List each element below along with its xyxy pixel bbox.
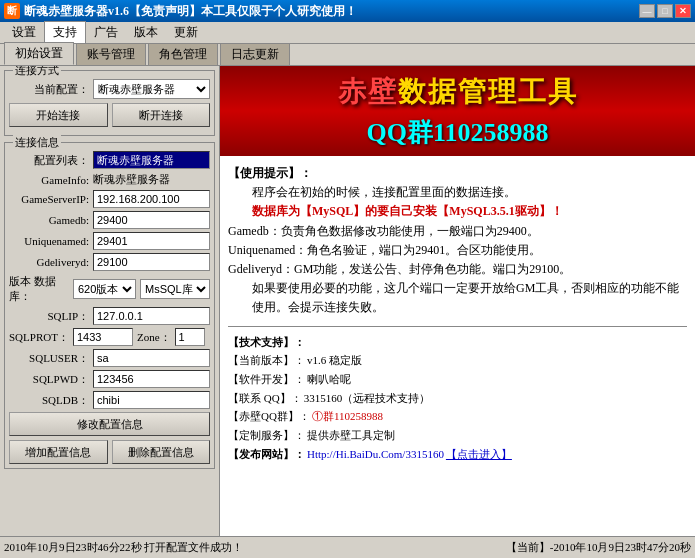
version-label: 版本 数据库： (9, 274, 69, 304)
banner-qq-number: 110258988 (433, 118, 549, 147)
sqlpwd-input[interactable] (93, 370, 210, 388)
gdeliveryd-row: Gdeliveryd: (9, 253, 210, 271)
connect-section: 连接方式 当前配置： 断魂赤壁服务器 开始连接 断开连接 (4, 70, 215, 136)
config-list-input[interactable] (93, 151, 210, 169)
status-left: 2010年10月9日23时46分22秒 打开配置文件成功！ (4, 540, 498, 555)
zone-input[interactable] (175, 328, 205, 346)
close-button[interactable]: ✕ (675, 4, 691, 18)
tech-custom-row: 【定制服务】： 提供赤壁工具定制 (228, 426, 687, 445)
gamedb-row: Gamedb: (9, 211, 210, 229)
gameinfo-value: 断魂赤壁服务器 (93, 172, 210, 187)
tech-support-title: 【技术支持】： (228, 333, 687, 352)
tab-initial-setup[interactable]: 初始设置 (4, 42, 74, 65)
tech-chibi-row: 【赤壁QQ群】： ①群110258988 (228, 407, 687, 426)
sqlpwd-row: SQLPWD： (9, 370, 210, 388)
menu-support[interactable]: 支持 (44, 21, 86, 44)
sqldb-row: SQLDB： (9, 391, 210, 409)
tip-3: Uniquenamed：角色名验证，端口为29401。合区功能使用。 (228, 241, 687, 260)
tab-log[interactable]: 日志更新 (220, 43, 290, 65)
start-connect-button[interactable]: 开始连接 (9, 103, 108, 127)
bottom-buttons: 增加配置信息 删除配置信息 (9, 440, 210, 464)
tip-0: 程序会在初始的时候，连接配置里面的数据连接。 (252, 183, 687, 202)
tab-bar: 初始设置 账号管理 角色管理 日志更新 (0, 44, 695, 66)
right-panel: 赤壁数据管理工具 QQ群110258988 【使用提示】： 程序会在初始的时候，… (220, 66, 695, 536)
connection-info-section: 连接信息 配置列表： GameInfo: 断魂赤壁服务器 GameServerI… (4, 142, 215, 469)
gameserverip-label: GameServerIP: (9, 193, 89, 205)
tech-qq-value: 3315160（远程技术支持） (304, 389, 431, 408)
left-panel: 连接方式 当前配置： 断魂赤壁服务器 开始连接 断开连接 连接信息 配置列 (0, 66, 220, 536)
uniquenamed-input[interactable] (93, 232, 210, 250)
uniquenamed-label: Uniquenamed: (9, 235, 89, 247)
disconnect-button[interactable]: 断开连接 (112, 103, 211, 127)
delete-config-button[interactable]: 删除配置信息 (112, 440, 211, 464)
tip-4: Gdeliveryd：GM功能，发送公告、封停角色功能。端口为29100。 (228, 260, 687, 279)
menu-bar: 设置 支持 广告 版本 更新 (0, 22, 695, 44)
gamedb-input[interactable] (93, 211, 210, 229)
tech-website-link[interactable]: 【点击进入】 (446, 445, 512, 464)
window-title: 断魂赤壁服务器v1.6【免责声明】本工具仅限于个人研究使用！ (24, 3, 639, 20)
sqlpwd-label: SQLPWD： (9, 372, 89, 387)
current-config-select[interactable]: 断魂赤壁服务器 (93, 79, 210, 99)
banner-title-part2: 数据管理工具 (398, 76, 578, 107)
banner-qq-label: QQ群 (366, 118, 432, 147)
tech-support-section: 【技术支持】： 【当前版本】： v1.6 稳定版 【软件开发】： 喇叭哈呢 【联… (228, 333, 687, 464)
tab-account[interactable]: 账号管理 (76, 43, 146, 65)
sqldb-input[interactable] (93, 391, 210, 409)
maximize-button[interactable]: □ (657, 4, 673, 18)
sqluser-row: SQLUSER： (9, 349, 210, 367)
tech-website-label: 【发布网站】： (228, 445, 305, 464)
tech-website-row: 【发布网站】： Http://Hi.BaiDu.Com/3315160 【点击进… (228, 445, 687, 464)
sqlip-label: SQLIP： (9, 309, 89, 324)
gameserverip-row: GameServerIP: (9, 190, 210, 208)
info-panel: 【使用提示】： 程序会在初始的时候，连接配置里面的数据连接。 数据库为【MySQ… (220, 156, 695, 536)
tech-version-label: 【当前版本】： (228, 351, 305, 370)
title-bar: 断 断魂赤壁服务器v1.6【免责声明】本工具仅限于个人研究使用！ — □ ✕ (0, 0, 695, 22)
minimize-button[interactable]: — (639, 4, 655, 18)
current-config-row: 当前配置： 断魂赤壁服务器 (9, 79, 210, 99)
tab-role[interactable]: 角色管理 (148, 43, 218, 65)
tech-version-value: v1.6 稳定版 (307, 351, 362, 370)
tech-custom-value: 提供赤壁工具定制 (307, 426, 395, 445)
version-select[interactable]: 620版本 (73, 279, 136, 299)
gameserverip-input[interactable] (93, 190, 210, 208)
tech-chibi-value: ①群110258988 (312, 407, 383, 426)
tech-website-value: Http://Hi.BaiDu.Com/3315160 (307, 445, 444, 464)
version-row: 版本 数据库： 620版本 MsSQL库 (9, 274, 210, 304)
tip-1: 数据库为【MySQL】的要自己安装【MySQL3.5.1驱动】！ (252, 202, 687, 221)
gdeliveryd-input[interactable] (93, 253, 210, 271)
sqlip-input[interactable] (93, 307, 210, 325)
connection-info-title: 连接信息 (13, 135, 61, 150)
divider (228, 326, 687, 327)
tech-dev-value: 喇叭哈呢 (307, 370, 351, 389)
banner-title: 赤壁数据管理工具 (338, 73, 578, 111)
main-container: 连接方式 当前配置： 断魂赤壁服务器 开始连接 断开连接 连接信息 配置列 (0, 66, 695, 536)
tech-qq-label: 【联系 QQ】： (228, 389, 302, 408)
banner: 赤壁数据管理工具 QQ群110258988 (220, 66, 695, 156)
usage-tips-title: 【使用提示】： (228, 164, 687, 183)
usage-tips-section: 【使用提示】： 程序会在初始的时候，连接配置里面的数据连接。 数据库为【MySQ… (228, 164, 687, 318)
menu-ad[interactable]: 广告 (86, 22, 126, 43)
sqluser-input[interactable] (93, 349, 210, 367)
app-icon: 断 (4, 3, 20, 19)
sqluser-label: SQLUSER： (9, 351, 89, 366)
uniquenamed-row: Uniquenamed: (9, 232, 210, 250)
menu-version[interactable]: 版本 (126, 22, 166, 43)
modify-config-button[interactable]: 修改配置信息 (9, 412, 210, 436)
banner-qq: QQ群110258988 (366, 115, 548, 150)
tip-2: Gamedb：负责角色数据修改功能使用，一般端口为29400。 (228, 222, 687, 241)
mysql-select[interactable]: MsSQL库 (140, 279, 210, 299)
tech-dev-label: 【软件开发】： (228, 370, 305, 389)
tech-dev-row: 【软件开发】： 喇叭哈呢 (228, 370, 687, 389)
config-list-label: 配置列表： (9, 153, 89, 168)
tech-custom-label: 【定制服务】： (228, 426, 305, 445)
sqlprot-input[interactable] (73, 328, 133, 346)
menu-settings[interactable]: 设置 (4, 22, 44, 43)
config-list-row: 配置列表： (9, 151, 210, 169)
connect-section-title: 连接方式 (13, 66, 61, 78)
add-config-button[interactable]: 增加配置信息 (9, 440, 108, 464)
connect-buttons: 开始连接 断开连接 (9, 103, 210, 127)
menu-update[interactable]: 更新 (166, 22, 206, 43)
sqlip-row: SQLIP： (9, 307, 210, 325)
title-buttons: — □ ✕ (639, 4, 691, 18)
gdeliveryd-label: Gdeliveryd: (9, 256, 89, 268)
